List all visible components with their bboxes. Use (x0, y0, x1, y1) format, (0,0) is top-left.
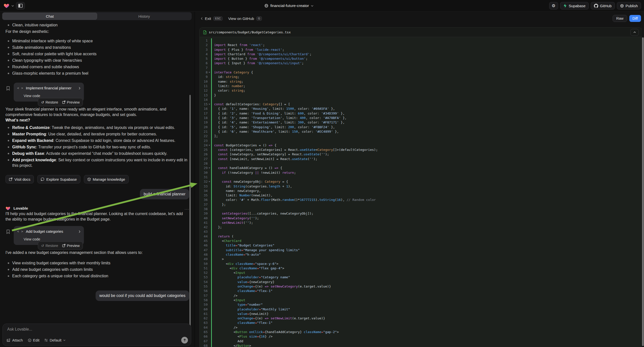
list-item: Clean, intuitive navigation (6, 22, 189, 28)
code-lines[interactable]: 1 2import React from 'react';3import { P… (200, 37, 642, 347)
mode-selector[interactable]: Default (44, 338, 66, 342)
fold-gutter (208, 198, 211, 202)
diff-toggle-button[interactable]: Diff (629, 15, 641, 22)
sliders-icon (44, 338, 48, 342)
line-number: 56 (200, 289, 208, 293)
page-scrollbar-thumb[interactable] (642, 37, 644, 346)
step-title: Expand with Backend (12, 138, 53, 143)
design-bullet-list: Minimalist interface with plenty of whit… (6, 38, 189, 76)
list-item: Rounded corners and subtle shadows (6, 64, 189, 70)
project-switcher[interactable]: financial-future-creator (264, 0, 314, 12)
chat-messages[interactable]: Clean, intuitive navigation For the desi… (0, 22, 195, 322)
file-header[interactable]: src/components/budget/BudgetCategories.t… (200, 28, 642, 37)
explore-supabase-button[interactable]: Explore Supabase (37, 175, 80, 184)
raw-toggle-button[interactable]: Raw (613, 15, 627, 22)
file-added-icon (203, 30, 206, 34)
line-number: 34 (200, 189, 208, 193)
code-line: 36 color: '#' + Math.floor(Math.random()… (200, 198, 642, 202)
line-number: 46 (200, 243, 208, 248)
fold-gutter (208, 75, 211, 79)
step-desc: : Use clear, detailed, and iterative pro… (46, 132, 157, 136)
supabase-button[interactable]: Supabase (560, 2, 589, 10)
preview-button[interactable]: Preview (62, 243, 80, 248)
visit-docs-button[interactable]: Visit docs (6, 175, 34, 184)
view-code-link[interactable]: View code (24, 93, 80, 98)
line-number: 3 (200, 48, 208, 52)
code-line: 17 { id: '2', name: 'Food & Dining', lim… (200, 111, 642, 116)
page-scrollbar[interactable] (642, 12, 644, 347)
fold-chevron-icon[interactable] (208, 180, 211, 184)
fold-chevron-icon[interactable] (208, 166, 211, 170)
code-line: 9 id: string; (200, 75, 642, 79)
code-line: 26 const [newCategory, setNewCategory] =… (200, 152, 642, 156)
manage-knowledge-button[interactable]: Manage knowledge (84, 175, 129, 184)
fold-gutter (208, 289, 211, 293)
fold-chevron-icon[interactable] (208, 70, 211, 75)
attach-button[interactable]: Attach (7, 338, 23, 342)
line-number: 38 (200, 207, 208, 211)
g-key-badge: G (256, 16, 262, 21)
send-button[interactable] (181, 337, 188, 344)
line-number: 44 (200, 234, 208, 239)
fold-gutter (208, 320, 211, 325)
code-text (211, 207, 642, 211)
bookmark-icon[interactable] (6, 86, 10, 90)
code-text: Add (211, 339, 642, 344)
more-options-button[interactable]: ... (184, 206, 189, 211)
collapse-file-button[interactable] (630, 29, 639, 36)
code-text: <Input (211, 270, 642, 275)
code-text: title="Budget Categories" (211, 243, 642, 248)
line-number: 65 (200, 330, 208, 334)
fold-gutter (208, 334, 211, 339)
mode-label: Default (50, 338, 62, 342)
fold-gutter (208, 225, 211, 230)
chevron-right-icon (79, 87, 80, 90)
version-card-title: Implement financial planner (26, 86, 72, 91)
chat-input[interactable] (7, 327, 186, 332)
line-number: 41 (200, 220, 208, 225)
preview-label: Preview (67, 100, 80, 105)
code-line: 32 const newCategoryObj: Category = { (200, 180, 642, 184)
line-number: 67 (200, 339, 208, 344)
sidebar-toggle-button[interactable] (16, 2, 25, 10)
code-line: 51 <div className="flex gap-4"> (200, 266, 642, 270)
bookmark-icon[interactable] (6, 230, 10, 234)
fold-gutter (208, 139, 211, 143)
restore-button[interactable]: ↺ Restore (41, 100, 58, 105)
publish-button[interactable]: Publish (617, 2, 641, 10)
list-item: Debug with Ease: Activate our experiment… (6, 151, 189, 156)
step-desc: : Tweak the design, animations, and layo… (50, 126, 175, 130)
settings-button[interactable]: ⚙ (549, 2, 558, 10)
fold-chevron-icon[interactable] (208, 143, 211, 148)
view-code-link[interactable]: View code (24, 236, 80, 242)
code-line: 61 value={newLimit} (200, 312, 642, 316)
code-line: 27 const [newLimit, setNewLimit] = React… (200, 157, 642, 161)
chat-bubble-icon (41, 178, 44, 181)
version-toolbar: ↺ Restore Preview (38, 242, 83, 250)
step-title: GitHub Sync (12, 145, 36, 149)
version-card-row: < > Add budget categories View code ↺ Re… (6, 226, 189, 250)
preview-button[interactable]: Preview (62, 100, 80, 105)
code-line: 66 <Plus size={16} /> (200, 334, 642, 339)
chevron-left-icon[interactable] (201, 17, 203, 20)
edit-button[interactable]: Edit (28, 338, 40, 342)
view-on-github-button[interactable]: View on GitHub (228, 16, 254, 21)
chevron-right-icon (79, 230, 80, 233)
restore-button[interactable]: ↺ Restore (41, 243, 58, 248)
composer: Attach Edit Default (2, 324, 191, 346)
list-item: Clean typography with clear hierarchies (6, 58, 189, 63)
code-line: 31 (200, 175, 642, 180)
code-text: const newCategoryObj: Category = { (211, 180, 642, 184)
lovable-logo-heart-icon[interactable] (4, 3, 10, 9)
tab-chat[interactable]: Chat (2, 13, 97, 20)
exit-button[interactable]: Exit (205, 16, 211, 21)
fold-chevron-icon[interactable] (208, 102, 211, 106)
fold-gutter (208, 120, 211, 125)
line-number: 47 (200, 248, 208, 252)
workspace-chevron-down-icon[interactable] (12, 5, 14, 7)
code-line: 13} (200, 93, 642, 98)
tab-history[interactable]: History (97, 13, 191, 20)
github-button[interactable]: GitHub (591, 2, 615, 10)
chat-scrollbar-thumb[interactable] (190, 95, 191, 334)
code-text: /> (211, 294, 642, 298)
